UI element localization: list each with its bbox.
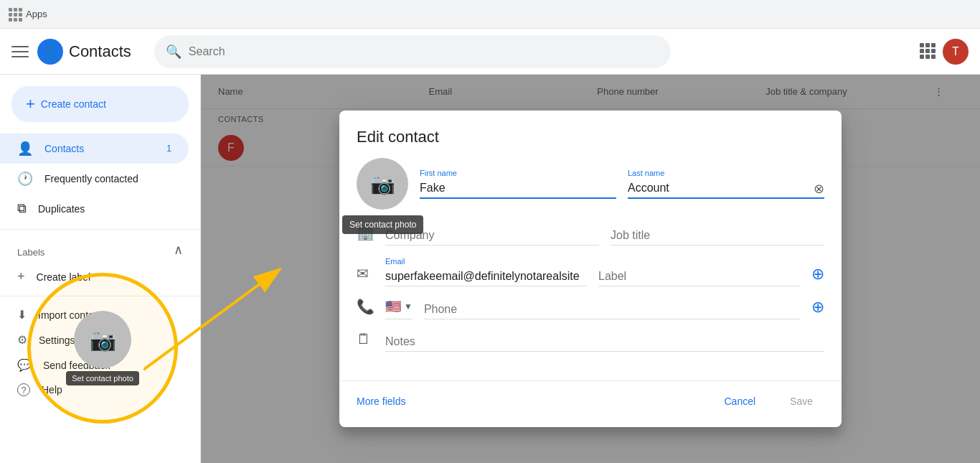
layout: + Create contact 👤 Contacts 1 🕐 Frequent… <box>0 75 980 463</box>
logo-icon: 👤 <box>42 43 60 60</box>
add-email-button[interactable]: ⊕ <box>811 265 824 284</box>
email-icon: ✉ <box>357 265 374 282</box>
dialog-body: 📷 Set contact photo First name <box>339 158 842 375</box>
settings-label: Settings <box>39 335 75 346</box>
help-label: Help <box>42 384 62 396</box>
first-name-input[interactable] <box>420 179 616 199</box>
sidebar-divider <box>0 229 200 230</box>
flag-icon: 🇺🇸 <box>385 299 401 314</box>
first-name-label: First name <box>420 169 616 177</box>
first-name-field-group: First name <box>420 169 616 199</box>
feedback-label: Send feedback <box>43 360 110 371</box>
search-input[interactable] <box>189 45 659 58</box>
settings-icon: ⚙ <box>17 333 27 347</box>
phone-icon: 📞 <box>357 298 374 315</box>
dialog-overlay: Edit contact 📷 Set contact photo <box>201 75 980 463</box>
sidebar-item-help[interactable]: ? Help <box>0 378 200 402</box>
last-name-field-with-clear: ⊗ <box>628 179 824 199</box>
country-code-dropdown[interactable]: 🇺🇸 ▼ <box>385 299 413 319</box>
email-field-group: Email <box>385 257 587 286</box>
header-right: T <box>920 39 969 65</box>
avatar[interactable]: T <box>943 39 969 65</box>
apps-text: Apps <box>26 9 47 19</box>
sidebar-item-frequently[interactable]: 🕐 Frequently contacted <box>0 164 189 194</box>
create-label-plus-icon: + <box>17 269 25 284</box>
add-phone-button[interactable]: ⊕ <box>811 298 824 317</box>
create-contact-button[interactable]: + Create contact <box>11 86 189 122</box>
job-title-input[interactable] <box>611 226 824 245</box>
company-input[interactable] <box>385 226 599 245</box>
search-icon: 🔍 <box>166 44 182 60</box>
sidebar-item-label: Contacts <box>44 143 84 154</box>
feedback-icon: 💬 <box>17 358 32 372</box>
notes-input[interactable] <box>385 332 824 352</box>
contacts-logo: 👤 Contacts <box>37 39 131 65</box>
expand-labels-icon[interactable]: ∧ <box>174 242 183 258</box>
import-label: Import contacts <box>38 309 107 321</box>
email-label-input[interactable] <box>598 267 800 286</box>
dialog-title: Edit contact <box>339 111 842 158</box>
create-contact-label: Create contact <box>41 98 106 110</box>
last-name-input[interactable] <box>628 179 824 199</box>
help-icon: ? <box>17 383 30 396</box>
main-header: 👤 Contacts 🔍 T <box>0 29 980 75</box>
more-fields-button[interactable]: More fields <box>357 396 405 407</box>
company-icon: 🏢 <box>357 224 374 241</box>
top-bar: Apps <box>0 0 980 29</box>
dropdown-chevron-icon: ▼ <box>404 301 413 312</box>
frequently-icon: 🕐 <box>17 171 33 187</box>
sidebar-item-contacts[interactable]: 👤 Contacts 1 <box>0 134 189 164</box>
last-name-field-group: Last name ⊗ <box>628 169 824 199</box>
search-bar[interactable]: 🔍 <box>154 35 671 68</box>
sidebar-item-create-label[interactable]: + Create label <box>0 263 200 290</box>
duplicates-icon: ⧉ <box>17 201 27 216</box>
company-field-group <box>385 226 599 245</box>
last-name-label: Last name <box>628 169 824 177</box>
contacts-badge: 1 <box>166 144 171 154</box>
company-job-row: 🏢 <box>357 224 824 245</box>
set-photo-button[interactable]: 📷 <box>357 158 408 210</box>
notes-row: 🗒 <box>357 331 824 352</box>
save-button[interactable]: Save <box>778 390 824 413</box>
contacts-icon: 👤 <box>17 141 33 156</box>
sidebar-item-label: Duplicates <box>38 203 85 215</box>
apps-grid-icon <box>9 8 22 21</box>
sidebar-item-feedback[interactable]: 💬 Send feedback <box>0 352 200 378</box>
sidebar-item-settings[interactable]: ⚙ Settings <box>0 327 200 352</box>
camera-icon: 📷 <box>370 172 395 196</box>
footer-actions: Cancel Save <box>712 390 824 413</box>
logo-circle: 👤 <box>37 39 63 65</box>
cancel-button[interactable]: Cancel <box>712 390 767 413</box>
hamburger-menu[interactable] <box>11 43 29 60</box>
email-input[interactable] <box>385 267 587 286</box>
page-container: Apps 👤 Contacts 🔍 T <box>0 0 980 463</box>
import-icon: ⬇ <box>17 308 27 322</box>
clear-last-name-button[interactable]: ⊗ <box>814 181 824 197</box>
email-label-field-group <box>598 267 800 286</box>
photo-name-row: 📷 Set contact photo First name <box>357 158 824 210</box>
app-title: Contacts <box>69 42 131 61</box>
name-row: First name Last name ⊗ <box>420 169 824 199</box>
job-title-field-group <box>611 226 824 245</box>
phone-field-group <box>424 300 800 319</box>
phone-input[interactable] <box>424 300 800 319</box>
sidebar-item-import[interactable]: ⬇ Import contacts <box>0 302 200 327</box>
create-label-label: Create label <box>37 271 91 283</box>
edit-contact-dialog: Edit contact 📷 Set contact photo <box>339 111 842 427</box>
apps-label: Apps <box>9 8 47 21</box>
labels-section: Labels <box>17 247 44 258</box>
plus-icon: + <box>26 95 35 113</box>
notes-icon: 🗒 <box>357 331 374 347</box>
sidebar: + Create contact 👤 Contacts 1 🕐 Frequent… <box>0 75 201 463</box>
sidebar-divider2 <box>0 296 200 296</box>
email-label: Email <box>385 257 587 266</box>
dialog-footer: More fields Cancel Save <box>339 380 842 427</box>
email-row: ✉ Email ⊕ <box>357 257 824 286</box>
sidebar-item-label: Frequently contacted <box>44 173 138 184</box>
notes-field-group <box>385 332 824 352</box>
sidebar-item-duplicates[interactable]: ⧉ Duplicates <box>0 194 189 223</box>
phone-row: 📞 🇺🇸 ▼ ⊕ <box>357 298 824 319</box>
main-content: Name Email Phone number Job title & comp… <box>201 75 980 463</box>
apps-launcher-icon[interactable] <box>920 43 937 60</box>
